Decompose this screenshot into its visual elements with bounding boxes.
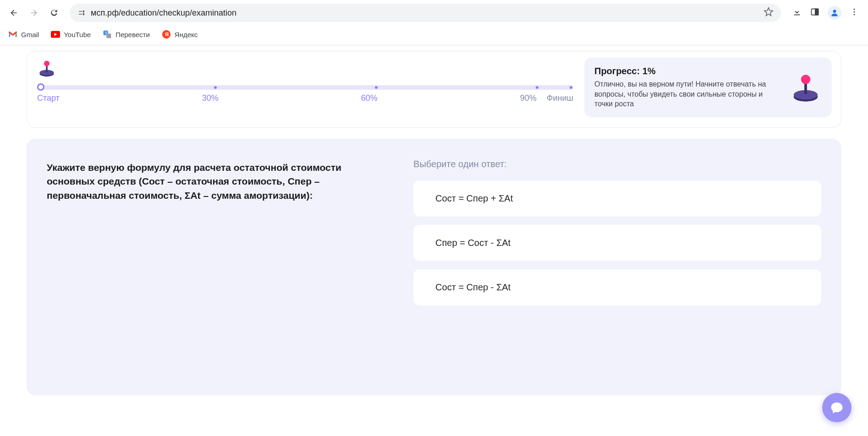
site-settings-icon[interactable] [77,8,86,17]
menu-icon[interactable] [850,7,859,18]
answer-text: Сост = Спер + ΣАt [435,193,513,203]
page-content: Старт 30% 60% 90% Финиш Прогресс: 1% Отл… [0,45,868,401]
toolbar-right [788,6,863,20]
svg-point-15 [44,61,49,66]
answers-hint: Выберите один ответ: [413,159,821,169]
translate-icon: 文 [103,30,112,39]
browser-toolbar: мсп.рф/education/checkup/examination [0,0,868,26]
answer-option[interactable]: Сост = Спер + ΣАt [413,180,821,217]
svg-text:文: 文 [104,31,108,34]
progress-desc: Отлично, вы на верном пути! Начните отве… [594,79,781,109]
progress-track-area: Старт 30% 60% 90% Финиш [36,58,573,103]
progress-label-90: 90% [520,93,537,103]
side-panel-icon[interactable] [810,7,819,18]
chat-fab[interactable] [822,393,852,422]
url-text: мсп.рф/education/checkup/examination [91,8,236,18]
bookmark-yandex[interactable]: Я Яндекс [162,30,198,39]
progress-thumb[interactable] [37,83,44,91]
joystick-icon [790,71,822,104]
progress-track[interactable] [37,85,573,90]
progress-info-card: Прогресс: 1% Отлично, вы на верном пути!… [584,58,832,117]
progress-label-30: 30% [202,93,219,103]
progress-label-60: 60% [361,93,378,103]
bookmark-label: Gmail [21,31,39,38]
bookmark-label: Перевести [115,31,150,38]
question-text: Укажите верную формулу для расчета остат… [47,161,373,202]
question-pane: Укажите верную формулу для расчета остат… [27,139,393,395]
exam-panel: Укажите верную формулу для расчета остат… [27,139,841,395]
reload-button[interactable] [46,5,62,21]
bookmark-star-icon[interactable] [764,7,774,19]
progress-label-start: Старт [37,93,60,103]
youtube-icon [51,30,60,39]
answer-text: Сост = Спер - ΣАt [435,282,511,292]
answers-pane: Выберите один ответ: Сост = Спер + ΣАt С… [393,139,841,395]
answer-option[interactable]: Сост = Спер - ΣАt [413,269,821,305]
bookmark-youtube[interactable]: YouTube [51,30,91,39]
svg-point-2 [833,10,836,13]
progress-card: Старт 30% 60% 90% Финиш Прогресс: 1% Отл… [27,51,841,128]
answer-text: Спер = Сост - ΣАt [435,238,511,248]
forward-button[interactable] [26,5,42,21]
yandex-icon: Я [162,30,171,39]
progress-label-finish: Финиш [547,93,573,103]
progress-title: Прогресс: 1% [594,66,781,76]
svg-point-5 [853,14,855,15]
answer-option[interactable]: Спер = Сост - ΣАt [413,225,821,261]
bookmark-label: YouTube [64,31,91,38]
joystick-icon [37,60,56,77]
back-button[interactable] [5,5,22,21]
svg-rect-1 [815,9,819,15]
svg-text:Я: Я [165,31,168,37]
bookmark-gmail[interactable]: Gmail [8,30,39,39]
progress-tick [214,86,217,89]
progress-tick [375,86,378,89]
downloads-icon[interactable] [792,7,802,19]
progress-tick [536,86,538,89]
progress-labels: Старт 30% 60% 90% Финиш [37,93,573,103]
progress-tick [570,86,572,89]
bookmarks-bar: Gmail YouTube 文 Перевести Я Яндекс [0,26,868,45]
address-bar[interactable]: мсп.рф/education/checkup/examination [70,4,781,22]
bookmark-label: Яндекс [175,31,198,38]
svg-point-4 [853,11,855,12]
profile-avatar[interactable] [828,6,841,20]
svg-point-3 [853,9,855,10]
bookmark-translate[interactable]: 文 Перевести [103,30,150,39]
gmail-icon [8,30,17,39]
svg-point-19 [801,75,810,84]
